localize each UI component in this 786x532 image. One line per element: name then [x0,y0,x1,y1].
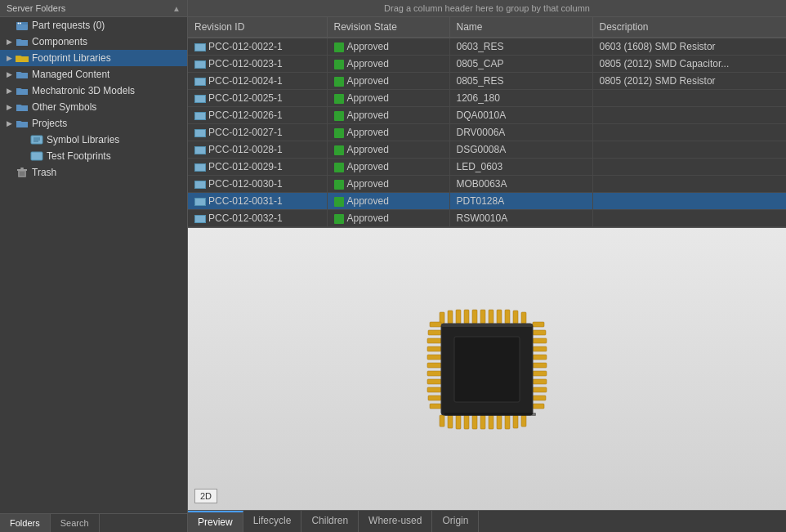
cell-name: 0805_RES [449,73,592,90]
group-bar-text: Drag a column header here to group by th… [384,3,590,13]
table-row[interactable]: PCC-012-0023-1Approved0805_CAP0805 (2012… [188,56,786,73]
tab-preview[interactable]: Preview [188,511,243,532]
table-row[interactable]: PCC-012-0027-1ApprovedDRV0006A [188,124,786,141]
server-icon [15,20,29,31]
cell-revision-state: Approved [327,176,449,193]
cell-revision-id: PCC-012-0028-1 [188,141,327,159]
tab-where-used[interactable]: Where-used [359,511,432,532]
sidebar-item-label: Other Symbols [32,101,96,113]
sidebar-item-components[interactable]: ▶ Components [0,34,187,50]
col-revision-state[interactable]: Revision State [327,17,449,38]
cell-description: 0805 (2012) SMD Resistor [592,73,786,90]
table-row[interactable]: PCC-012-0022-1Approved0603_RES0603 (1608… [188,38,786,56]
table-row[interactable]: PCC-012-0031-1ApprovedPDT0128A [188,193,786,210]
tab-folders[interactable]: Folders [0,514,51,532]
cell-name: PDT0128A [449,193,592,210]
svg-rect-63 [454,337,520,402]
svg-rect-61 [441,324,533,327]
table-row[interactable]: PCC-012-0029-1ApprovedLED_0603 [188,159,786,176]
svg-rect-46 [427,387,441,392]
group-bar: Drag a column header here to group by th… [188,0,786,17]
cell-revision-id: PCC-012-0030-1 [188,176,327,193]
cell-name: DSG0008A [449,141,592,159]
expand-icon [3,167,15,178]
sidebar-item-label: Managed Content [32,69,109,80]
sidebar-tree: Part requests (0) ▶ Components ▶ [0,17,187,513]
table-row[interactable]: PCC-012-0026-1ApprovedDQA0010A [188,107,786,124]
sidebar-scroll-arrow: ▲ [172,4,181,13]
table-row[interactable]: PCC-012-0032-1ApprovedRSW0010A [188,210,786,227]
sidebar-item-symbol-libraries[interactable]: Symbol Libraries [0,132,187,148]
cell-revision-state: Approved [327,38,449,56]
sidebar-item-mechatronic[interactable]: ▶ Mechatronic 3D Models [0,83,187,99]
folder-icon [15,101,29,113]
cell-description [592,176,786,193]
cell-revision-state: Approved [327,107,449,124]
tab-children[interactable]: Children [301,511,359,532]
col-revision-id[interactable]: Revision ID [188,17,327,38]
svg-rect-55 [533,371,547,376]
col-name[interactable]: Name [449,17,592,38]
sidebar-item-other-symbols[interactable]: ▶ Other Symbols [0,99,187,115]
cell-revision-id: PCC-012-0025-1 [188,90,327,107]
svg-rect-35 [505,415,510,429]
table-row[interactable]: PCC-012-0030-1ApprovedMOB0063A [188,176,786,193]
svg-rect-51 [533,338,547,343]
folder-icon [15,36,29,47]
cell-revision-state: Approved [327,210,449,227]
sidebar-item-managed-content[interactable]: ▶ Managed Content [0,66,187,83]
col-description[interactable]: Description [592,17,786,38]
cell-name: DQA0010A [449,107,592,124]
svg-rect-62 [444,413,536,416]
cell-description [592,90,786,107]
tab-origin[interactable]: Origin [432,511,479,532]
svg-rect-34 [497,415,502,429]
cell-description: 0805 (2012) SMD Capacitor... [592,56,786,73]
sidebar-item-footprint-libraries[interactable]: ▶ Footprint Libraries [0,50,187,66]
chip-preview [405,288,569,451]
cell-description [592,193,786,210]
svg-rect-19 [464,310,469,324]
table-row[interactable]: PCC-012-0025-1Approved1206_180 [188,90,786,107]
table-container: Revision ID Revision State Name Descript… [188,17,786,228]
svg-rect-57 [533,387,547,392]
cell-name: 0603_RES [449,38,592,56]
sidebar: Server Folders ▲ Part requests (0) [0,0,188,532]
component-icon [29,134,44,145]
svg-rect-36 [513,415,518,428]
svg-rect-42 [427,355,441,360]
tab-search[interactable]: Search [51,514,100,532]
tab-lifecycle[interactable]: Lifecycle [243,511,302,532]
sidebar-item-trash[interactable]: Trash [0,164,187,181]
svg-rect-45 [427,379,441,384]
svg-rect-49 [533,322,544,327]
sidebar-item-label: Symbol Libraries [47,134,119,145]
expand-icon [3,20,15,31]
svg-point-3 [20,23,21,25]
folder-icon [15,85,29,96]
expand-icon: ▶ [3,69,15,80]
sidebar-title: Server Folders [7,3,65,13]
svg-rect-50 [533,330,546,335]
svg-rect-17 [448,311,453,324]
sidebar-header: Server Folders ▲ [0,0,187,17]
svg-rect-44 [427,371,441,376]
expand-icon [18,134,29,145]
svg-rect-38 [430,322,441,327]
folder-icon [15,118,29,129]
svg-rect-56 [533,379,547,384]
sidebar-item-projects[interactable]: ▶ Projects [0,115,187,132]
preview-2d-button[interactable]: 2D [194,489,217,503]
svg-rect-23 [497,310,502,324]
sidebar-item-test-footprints[interactable]: Test Footprints [0,148,187,164]
sidebar-item-label: Mechatronic 3D Models [32,85,135,96]
table-row[interactable]: PCC-012-0028-1ApprovedDSG0008A [188,141,786,159]
expand-icon: ▶ [3,85,15,96]
svg-rect-20 [472,310,477,324]
cell-revision-state: Approved [327,73,449,90]
svg-rect-22 [489,310,493,324]
svg-rect-54 [533,363,547,368]
sidebar-item-part-requests[interactable]: Part requests (0) [0,17,187,34]
cell-revision-id: PCC-012-0022-1 [188,38,327,56]
table-row[interactable]: PCC-012-0024-1Approved0805_RES0805 (2012… [188,73,786,90]
